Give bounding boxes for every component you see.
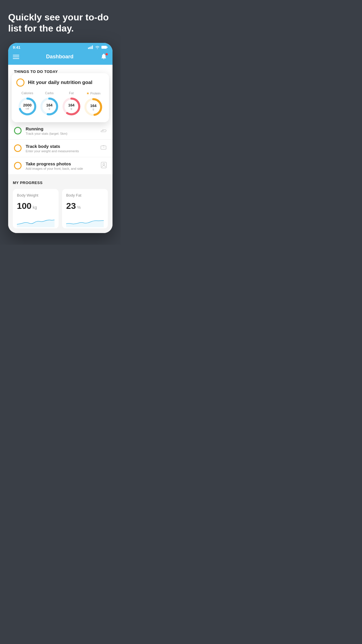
- svg-point-17: [103, 163, 105, 165]
- nutrition-check-circle[interactable]: [16, 78, 24, 87]
- nutrition-stats: Calories 2000 cal Carbs: [16, 91, 104, 117]
- svg-rect-5: [107, 47, 108, 48]
- hero-text: Quickly see your to-do list for the day.: [8, 12, 113, 34]
- carbs-donut: 164 g: [39, 97, 59, 116]
- svg-rect-14: [101, 146, 106, 149]
- fat-value: 164: [68, 103, 75, 107]
- bodystats-title: Track body stats: [26, 144, 96, 149]
- bodystats-check[interactable]: [14, 144, 22, 152]
- body-fat-title: Body Fat: [66, 193, 104, 197]
- todo-item-running[interactable]: Running Track your stats (target: 5km): [8, 122, 113, 140]
- body-fat-value-row: 23 %: [66, 201, 104, 211]
- status-time: 9:41: [13, 45, 20, 50]
- svg-rect-3: [92, 46, 93, 49]
- protein-donut: 164 g: [83, 97, 103, 117]
- carbs-label: Carbs: [45, 91, 54, 95]
- phone-mockup: 9:41: [8, 43, 113, 233]
- todo-list: Running Track your stats (target: 5km) T…: [8, 122, 113, 175]
- status-icons: [88, 46, 108, 49]
- fat-unit: g: [68, 107, 75, 110]
- photos-check[interactable]: [14, 162, 22, 169]
- stat-protein: ★ Protein 164 g: [83, 91, 103, 117]
- body-fat-unit: %: [77, 205, 80, 210]
- photos-text: Take progress photos Add images of your …: [26, 161, 97, 170]
- carbs-value: 164: [46, 103, 52, 107]
- todo-item-bodystats[interactable]: Track body stats Enter your weight and m…: [8, 140, 113, 157]
- stat-carbs: Carbs 164 g: [39, 91, 59, 116]
- notification-bell[interactable]: [100, 53, 108, 61]
- running-text: Running Track your stats (target: 5km): [26, 126, 96, 135]
- body-weight-unit: kg: [33, 205, 37, 210]
- top-bar-title: Dashboard: [46, 54, 73, 60]
- svg-rect-0: [88, 48, 89, 49]
- body-weight-title: Body Weight: [17, 193, 55, 197]
- body-weight-chart: [17, 216, 55, 227]
- person-icon: [101, 162, 107, 170]
- scale-icon: [100, 145, 107, 152]
- body-fat-chart: [66, 216, 104, 227]
- signal-icon: [88, 46, 93, 49]
- status-bar: 9:41: [8, 43, 113, 51]
- body-weight-value-row: 100 kg: [17, 201, 55, 211]
- nutrition-card-title: Hit your daily nutrition goal: [28, 80, 92, 85]
- photos-title: Take progress photos: [26, 161, 97, 166]
- bodystats-text: Track body stats Enter your weight and m…: [26, 144, 96, 153]
- body-fat-value: 23: [66, 201, 76, 211]
- protein-label: ★ Protein: [86, 91, 101, 95]
- bodystats-subtitle: Enter your weight and measurements: [26, 149, 96, 153]
- battery-icon: [101, 46, 108, 49]
- wifi-icon: [95, 46, 100, 49]
- calories-unit: cal: [23, 107, 31, 110]
- calories-value: 2000: [23, 103, 31, 107]
- progress-header: MY PROGRESS: [13, 181, 108, 185]
- todo-item-photos[interactable]: Take progress photos Add images of your …: [8, 157, 113, 175]
- body-weight-card[interactable]: Body Weight 100 kg: [13, 189, 59, 228]
- fat-donut: 164 g: [61, 97, 81, 116]
- body-weight-value: 100: [17, 201, 31, 211]
- top-bar: Dashboard: [8, 51, 113, 65]
- running-check[interactable]: [14, 127, 22, 134]
- shoe-icon: [100, 127, 107, 134]
- page-background: Quickly see your to-do list for the day.…: [0, 0, 121, 245]
- stat-calories: Calories 2000 cal: [17, 91, 37, 116]
- svg-line-15: [103, 147, 104, 148]
- body-fat-card[interactable]: Body Fat 23 %: [62, 189, 108, 228]
- progress-cards: Body Weight 100 kg Body Fat 23 %: [13, 189, 108, 228]
- running-subtitle: Track your stats (target: 5km): [26, 132, 96, 135]
- hamburger-menu[interactable]: [13, 55, 19, 59]
- notification-dot: [106, 53, 108, 55]
- card-header: Hit your daily nutrition goal: [16, 78, 104, 87]
- photos-subtitle: Add images of your front, back, and side: [26, 167, 97, 170]
- svg-rect-4: [101, 46, 107, 49]
- svg-rect-2: [91, 46, 92, 49]
- stat-fat: Fat 164 g: [61, 91, 81, 116]
- progress-section: MY PROGRESS Body Weight 100 kg B: [8, 175, 113, 233]
- carbs-unit: g: [46, 107, 52, 110]
- calories-donut: 2000 cal: [17, 97, 37, 116]
- running-title: Running: [26, 126, 96, 131]
- bottom-bg: [8, 233, 113, 245]
- calories-label: Calories: [22, 91, 33, 95]
- protein-value: 164: [90, 104, 96, 107]
- svg-rect-1: [89, 47, 90, 49]
- nutrition-card: Hit your daily nutrition goal Calories 2…: [12, 73, 109, 122]
- star-icon: ★: [86, 91, 89, 95]
- fat-label: Fat: [69, 91, 74, 95]
- protein-unit: g: [90, 107, 96, 110]
